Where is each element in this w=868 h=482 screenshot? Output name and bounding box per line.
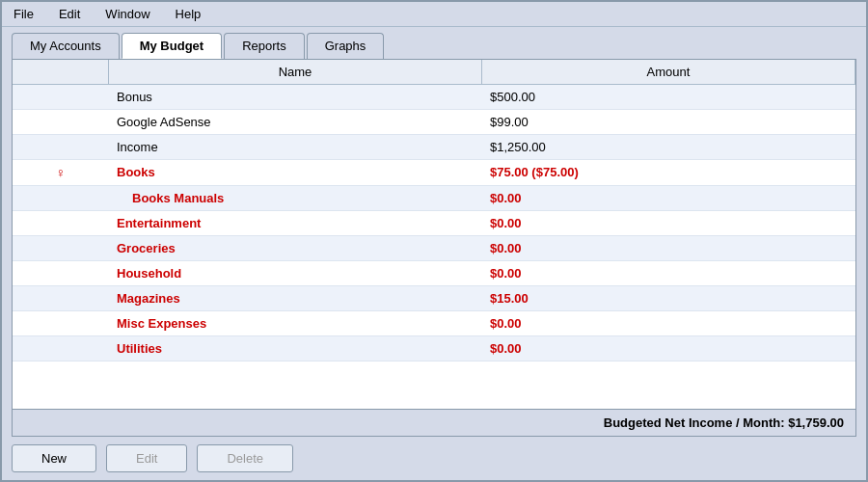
table-row[interactable]: Bonus $500.00 [13,85,855,110]
row-icon [13,261,109,285]
table-row[interactable]: ♀ Books $75.00 ($75.00) [13,160,855,186]
row-amount: $0.00 [482,211,855,235]
row-amount: $500.00 [482,85,855,109]
row-amount: $0.00 [482,261,855,285]
header-name: Name [109,60,482,84]
row-name: Entertainment [109,211,482,235]
row-amount: $75.00 ($75.00) [482,160,855,185]
table-row[interactable]: Household $0.00 [13,261,855,286]
row-amount: $15.00 [482,286,855,310]
row-icon [13,110,109,134]
table-row[interactable]: Books Manuals $0.00 [13,186,855,211]
header-icon [13,60,109,84]
row-icon: ♀ [13,160,109,185]
row-amount: $0.00 [482,336,855,361]
row-name: Books [109,160,482,185]
row-name: Bonus [109,85,482,109]
row-name: Books Manuals [109,186,482,210]
menu-edit[interactable]: Edit [55,5,84,23]
table-row[interactable]: Google AdSense $99.00 [13,110,855,135]
table-body: Bonus $500.00 Google AdSense $99.00 Inco… [13,85,855,409]
row-icon [13,236,109,260]
menu-window[interactable]: Window [101,5,153,23]
tab-bar: My Accounts My Budget Reports Graphs [2,27,866,59]
row-amount: $0.00 [482,186,855,210]
row-amount: $0.00 [482,311,855,335]
new-button[interactable]: New [12,444,96,472]
row-name: Utilities [109,336,482,361]
tab-graphs[interactable]: Graphs [307,33,385,59]
content-area: Name Amount Bonus $500.00 Google AdSense… [12,59,856,410]
table-row[interactable]: Entertainment $0.00 [13,211,855,236]
menu-file[interactable]: File [10,5,38,23]
button-bar: New Edit Delete [2,437,866,480]
menu-help[interactable]: Help [172,5,205,23]
row-amount: $1,250.00 [482,135,855,159]
row-icon [13,85,109,109]
row-icon [13,186,109,210]
row-icon [13,336,109,361]
delete-button[interactable]: Delete [197,444,293,472]
row-name: Magazines [109,286,482,310]
menu-bar: File Edit Window Help [2,2,866,27]
row-name: Misc Expenses [109,311,482,335]
budgeted-net-income-label: Budgeted Net Income / Month: $1,759.00 [604,415,844,430]
row-amount: $99.00 [482,110,855,134]
table-row[interactable]: Income $1,250.00 [13,135,855,160]
row-icon [13,135,109,159]
table-row[interactable]: Magazines $15.00 [13,286,855,311]
header-amount: Amount [482,60,855,84]
table-row[interactable]: Utilities $0.00 [13,336,855,362]
row-name: Groceries [109,236,482,260]
row-name: Household [109,261,482,285]
table-header: Name Amount [13,60,855,85]
table-row[interactable]: Groceries $0.00 [13,236,855,261]
main-window: File Edit Window Help My Accounts My Bud… [0,0,868,482]
row-icon [13,211,109,235]
tab-my-accounts[interactable]: My Accounts [12,33,120,59]
row-name: Google AdSense [109,110,482,134]
row-icon [13,311,109,335]
edit-button[interactable]: Edit [106,444,187,472]
footer-summary: Budgeted Net Income / Month: $1,759.00 [12,410,856,437]
table-row[interactable]: Misc Expenses $0.00 [13,311,855,336]
row-amount: $0.00 [482,236,855,260]
tab-reports[interactable]: Reports [224,33,305,59]
row-icon [13,286,109,310]
tab-my-budget[interactable]: My Budget [122,33,222,59]
row-name: Income [109,135,482,159]
